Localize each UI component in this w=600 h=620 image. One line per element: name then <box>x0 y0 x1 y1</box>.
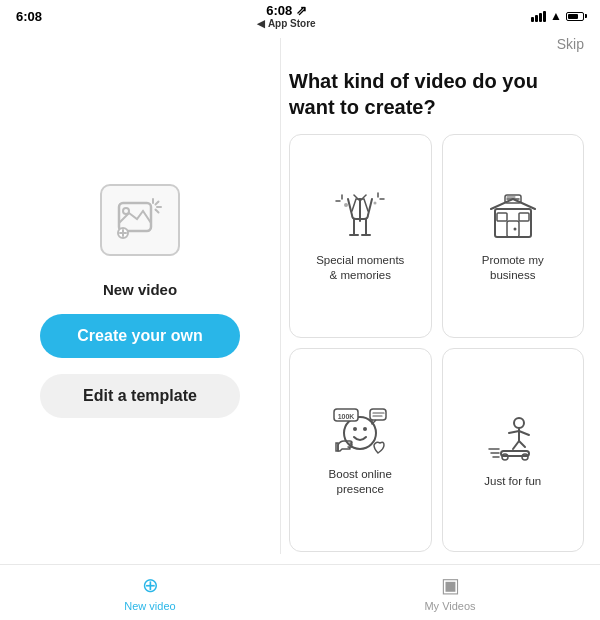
just-for-fun-label: Just for fun <box>484 474 541 489</box>
status-time-left: 6:08 <box>16 9 42 24</box>
card-boost-presence[interactable]: 100K Boost onlinepresence <box>289 348 432 552</box>
svg-line-41 <box>519 431 529 435</box>
special-moments-icon <box>330 190 390 245</box>
svg-line-42 <box>513 441 519 449</box>
special-moments-label: Special moments& memories <box>316 253 404 283</box>
card-just-for-fun[interactable]: Just for fun <box>442 348 585 552</box>
edit-template-button[interactable]: Edit a template <box>40 374 240 418</box>
tab-new-video[interactable]: ⊕ New video <box>0 573 300 612</box>
card-special-moments[interactable]: Special moments& memories <box>289 134 432 338</box>
my-videos-tab-label: My Videos <box>424 600 475 612</box>
left-panel: New video Create your own Edit a templat… <box>0 28 280 564</box>
svg-point-31 <box>353 427 357 431</box>
svg-line-4 <box>156 202 159 205</box>
main-content: New video Create your own Edit a templat… <box>0 28 600 564</box>
status-bar: 6:08 6:08 ⇗ ◀ App Store ▲ <box>0 0 600 28</box>
svg-rect-35 <box>370 409 386 420</box>
svg-point-32 <box>363 427 367 431</box>
boost-presence-icon: 100K <box>330 404 390 459</box>
svg-point-1 <box>123 208 129 214</box>
card-promote-business[interactable]: Promote mybusiness <box>442 134 585 338</box>
video-icon-box <box>100 184 180 256</box>
promote-business-icon <box>483 190 543 245</box>
svg-rect-23 <box>507 221 519 237</box>
create-own-button[interactable]: Create your own <box>40 314 240 358</box>
svg-rect-25 <box>519 213 529 221</box>
wifi-icon: ▲ <box>550 9 562 23</box>
new-video-icon-container <box>90 175 190 265</box>
svg-point-29 <box>513 228 516 231</box>
svg-point-15 <box>374 202 377 205</box>
status-time-center: 6:08 ⇗ <box>266 3 307 18</box>
status-right: ▲ <box>531 9 584 23</box>
skip-button[interactable]: Skip <box>557 36 584 52</box>
new-video-tab-icon: ⊕ <box>142 573 159 597</box>
battery-icon <box>566 12 584 21</box>
svg-line-43 <box>519 441 525 447</box>
tab-bar: ⊕ New video ▣ My Videos <box>0 564 600 620</box>
svg-point-14 <box>344 203 348 207</box>
new-video-tab-label: New video <box>124 600 175 612</box>
video-placeholder-icon <box>115 197 165 242</box>
tab-my-videos[interactable]: ▣ My Videos <box>300 573 600 612</box>
video-type-cards-grid: Special moments& memories <box>289 134 584 552</box>
svg-line-5 <box>156 210 159 213</box>
question-title: What kind of video do you want to create… <box>289 68 584 120</box>
just-for-fun-icon <box>483 411 543 466</box>
svg-point-38 <box>514 418 524 428</box>
svg-line-40 <box>509 431 519 433</box>
svg-point-30 <box>344 417 376 449</box>
boost-presence-label: Boost onlinepresence <box>329 467 392 497</box>
svg-text:100K: 100K <box>338 413 355 420</box>
status-center: 6:08 ⇗ ◀ App Store <box>257 3 315 29</box>
signal-icon <box>531 11 546 22</box>
svg-rect-24 <box>497 213 507 221</box>
right-panel: Skip What kind of video do you want to c… <box>281 28 600 564</box>
promote-business-label: Promote mybusiness <box>482 253 544 283</box>
my-videos-tab-icon: ▣ <box>441 573 460 597</box>
new-video-label: New video <box>103 281 177 298</box>
